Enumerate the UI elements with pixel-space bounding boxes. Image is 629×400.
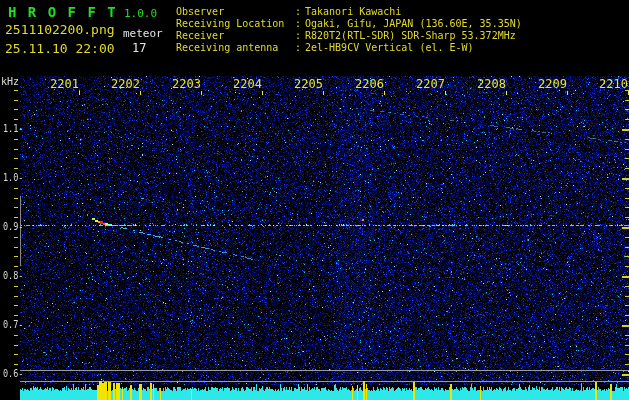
hrofft-window: H R O F F T 1.0.0 2511102200.png meteor … — [0, 0, 629, 400]
x-axis-label: 2205 — [294, 78, 323, 90]
y-axis-label: 1.0- — [3, 172, 20, 183]
y-axis-unit: kHz — [1, 76, 19, 87]
app-version: 1.0.0 — [124, 7, 157, 20]
station-row-value: Takanori Kawachi — [305, 6, 401, 17]
x-axis-label: 2210 — [599, 78, 628, 90]
station-row-separator: : — [295, 42, 305, 54]
station-info: Observer:Takanori KawachiReceiving Locat… — [176, 6, 522, 54]
y-axis-label: 0.8- — [3, 270, 20, 281]
y-axis-label: 0.7- — [3, 319, 20, 330]
station-row: Receiving antenna:2el-HB9CV Vertical (el… — [176, 42, 522, 54]
datetime-label: 25.11.10 22:00 — [5, 41, 115, 56]
x-axis-label: 2208 — [477, 78, 506, 90]
spectrogram-canvas — [0, 0, 629, 400]
x-axis-label: 2206 — [355, 78, 384, 90]
station-row-separator: : — [295, 18, 305, 30]
x-axis-label: 2202 — [111, 78, 140, 90]
station-row-value: Ogaki, Gifu, JAPAN (136.60E, 35.35N) — [305, 18, 522, 29]
station-row-label: Receiving Location — [176, 18, 295, 30]
x-axis-label: 2203 — [172, 78, 201, 90]
station-row: Observer:Takanori Kawachi — [176, 6, 522, 18]
y-axis-label: 1.1- — [3, 123, 20, 134]
x-axis-label: 2204 — [233, 78, 262, 90]
station-row-separator: : — [295, 30, 305, 42]
y-axis-label: 0.6- — [3, 368, 20, 379]
x-axis-label: 2209 — [538, 78, 567, 90]
output-filename: 2511102200.png — [5, 22, 115, 37]
y-axis-label: 0.9- — [3, 221, 20, 232]
echo-count: 17 — [132, 41, 146, 55]
station-row-label: Receiver — [176, 30, 295, 42]
station-row: Receiving Location:Ogaki, Gifu, JAPAN (1… — [176, 18, 522, 30]
station-row-value: R820T2(RTL-SDR) SDR-Sharp 53.372MHz — [305, 30, 516, 41]
station-row-value: 2el-HB9CV Vertical (el. E-W) — [305, 42, 474, 53]
station-row-label: Observer — [176, 6, 295, 18]
x-axis-label: 2207 — [416, 78, 445, 90]
x-axis-label: 2201 — [50, 78, 79, 90]
station-row: Receiver:R820T2(RTL-SDR) SDR-Sharp 53.37… — [176, 30, 522, 42]
station-row-label: Receiving antenna — [176, 42, 295, 54]
mode-label: meteor — [123, 27, 163, 40]
app-title: H R O F F T — [8, 4, 117, 20]
station-row-separator: : — [295, 6, 305, 18]
